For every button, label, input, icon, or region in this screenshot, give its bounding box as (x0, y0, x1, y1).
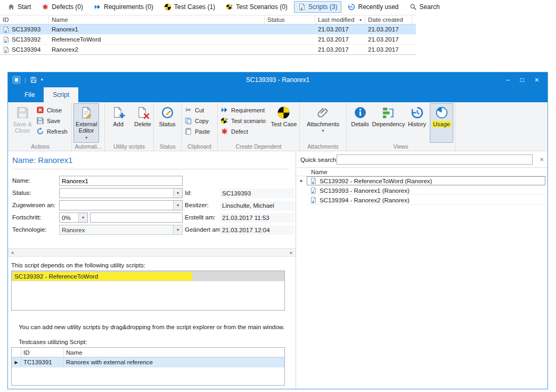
clear-search-icon[interactable]: × (539, 156, 544, 163)
column-header-name[interactable]: Name (64, 348, 284, 357)
tab-label: Search (420, 3, 440, 11)
column-header-id[interactable]: ID (21, 348, 64, 357)
dependencies-listbox[interactable]: SC139392 - ReferenceToWord (11, 271, 285, 311)
copy-icon (184, 117, 192, 125)
scroll-left-icon[interactable]: ◂ (8, 249, 17, 256)
close-script-button[interactable]: Close (35, 105, 71, 115)
maximize-button[interactable]: □ (520, 77, 524, 83)
assigned-to-dropdown[interactable]: ▾ (59, 200, 183, 210)
chevron-down-icon[interactable]: ▾ (173, 189, 182, 198)
dropdown-icon: ▾ (85, 136, 87, 140)
tab-start[interactable]: Start (3, 1, 35, 13)
column-header-id[interactable]: ID (0, 15, 49, 24)
created-at-label: Erstellt am: (185, 214, 216, 220)
owner-label: Besitzer: (185, 202, 209, 208)
cut-button[interactable]: ✂Cut (183, 105, 213, 115)
progress-dropdown[interactable]: 0%▾ (59, 213, 88, 223)
created-at-value: 21.03.2017 11:53 (220, 213, 295, 223)
close-button[interactable]: × (535, 76, 539, 84)
tab-label: Test Cases (1) (174, 3, 215, 11)
dependency-view-button[interactable]: Dependency (373, 103, 404, 143)
ribbon-group-attachments: Attachments ▾ Attachments (300, 102, 347, 151)
testcases-table-header: ID Name (12, 348, 284, 357)
tab-scripts[interactable]: Scripts (3) (294, 1, 342, 13)
list-item[interactable]: SC139392 - ReferenceToWord (Ranorex) (307, 176, 545, 185)
usage-view-button[interactable]: Usage (430, 103, 453, 143)
usage-icon (435, 106, 448, 119)
explorer-column-header-name[interactable]: Name (296, 167, 547, 176)
dependency-icon (382, 106, 395, 119)
history-view-button[interactable]: History (405, 103, 429, 143)
ribbon-group-clipboard: ✂Cut Copy Paste Clipboard (182, 102, 218, 151)
tab-defects[interactable]: Defects (0) (37, 1, 87, 13)
row-selector-header (12, 348, 21, 357)
details-view-button[interactable]: Details (348, 103, 372, 143)
tab-file[interactable]: File (15, 87, 44, 102)
chevron-down-icon[interactable]: ▾ (173, 201, 182, 210)
save-icon[interactable] (30, 76, 37, 84)
cell-name: Ranorex with external reference (64, 357, 284, 367)
column-header-status[interactable]: Status (265, 15, 315, 24)
status-dropdown[interactable]: ▾ (59, 188, 183, 198)
minimize-button[interactable]: – (506, 77, 510, 83)
add-utility-script-button[interactable]: Add (107, 103, 130, 143)
scroll-right-icon[interactable]: ▸ (287, 249, 296, 256)
technology-label: Technologie: (12, 226, 47, 233)
tab-test-cases[interactable]: Test Cases (1) (160, 1, 219, 13)
cell-date-created: 21.03.2017 (365, 45, 412, 54)
window-content: Name: Ranorex1 Name: Status: ▾ Id: SC139… (8, 151, 547, 389)
cell-name: Ranorex2 (49, 45, 265, 54)
name-field[interactable] (59, 176, 183, 186)
tab-requirements[interactable]: Requirements (0) (89, 1, 158, 13)
cell-status (265, 24, 315, 34)
column-header-last-modified[interactable]: Last modified▾ (315, 15, 365, 24)
horizontal-scrollbar[interactable]: ◂ ▸ (8, 248, 296, 257)
name-label: Name: (12, 177, 30, 184)
table-row[interactable]: SC139392 ReferenceToWord 21.03.2017 21.0… (0, 35, 416, 45)
copy-button[interactable]: Copy (183, 116, 213, 125)
tab-search[interactable]: Search (405, 1, 444, 13)
testcases-table: ID Name ▶ TC139391 Ranorex with external… (11, 347, 285, 386)
ribbon-group-actions: Save &Close Close Save Refresh Actions (9, 102, 72, 151)
paste-button[interactable]: Paste (183, 127, 213, 136)
page-title: Name: Ranorex1 (12, 156, 72, 165)
cell-name: Ranorex1 (49, 24, 265, 34)
refresh-button[interactable]: Refresh (35, 127, 71, 136)
table-row[interactable]: ▶ TC139391 Ranorex with external referen… (12, 357, 284, 368)
list-item[interactable]: SC139393 - Ranorex1 (Ranorex) (307, 186, 545, 195)
tab-test-scenarios[interactable]: Test Scenarios (0) (222, 1, 292, 13)
list-item[interactable]: SC139392 - ReferenceToWord (12, 271, 284, 281)
table-row[interactable]: SC139393 Ranorex1 21.03.2017 21.03.2017 (0, 24, 416, 35)
testcases-caption: Testcases utilizing Script: (19, 339, 87, 345)
script-icon (3, 36, 10, 43)
column-header-date-created[interactable]: Date created (365, 15, 412, 24)
column-header-name[interactable]: Name (49, 15, 265, 24)
table-row[interactable]: SC139394 Ranorex2 21.03.2017 21.03.2017 (0, 45, 416, 55)
create-requirement-button[interactable]: Requirement (219, 105, 269, 115)
add-icon (112, 106, 125, 119)
tab-script[interactable]: Script (44, 87, 78, 102)
progress-field[interactable] (90, 213, 183, 223)
cell-id: SC139394 (12, 46, 40, 53)
create-test-case-button[interactable]: Test Case (270, 103, 298, 143)
save-and-close-button[interactable]: Save &Close (11, 103, 34, 143)
group-label: Views (348, 143, 453, 151)
row-expand-icon[interactable]: ▸ (300, 178, 303, 183)
attachments-button[interactable]: Attachments ▾ (305, 103, 341, 143)
tab-recently-used[interactable]: Recently used (344, 1, 403, 13)
status-button[interactable]: Status (156, 103, 179, 143)
chevron-down-icon[interactable]: ▾ (78, 213, 87, 222)
create-test-scenario-button[interactable]: Test scenario (219, 116, 269, 125)
defect-icon (42, 3, 49, 11)
qat-dropdown-icon[interactable]: ▾ (41, 78, 43, 82)
create-defect-button[interactable]: Defect (219, 127, 269, 136)
group-label: Automati... (73, 143, 103, 151)
save-icon (36, 117, 44, 125)
save-button[interactable]: Save (35, 116, 71, 125)
cell-name: ReferenceToWord (49, 35, 265, 44)
quick-search-input[interactable] (337, 154, 533, 165)
titlebar[interactable]: | ▾ SC139393 - Ranorex1 – □ × (8, 72, 547, 87)
delete-utility-script-button[interactable]: Delete (131, 103, 154, 143)
external-editor-button[interactable]: ExternalEditor ▾ (73, 103, 99, 143)
list-item[interactable]: SC139394 - Ranorex2 (Ranorex) (307, 195, 545, 205)
